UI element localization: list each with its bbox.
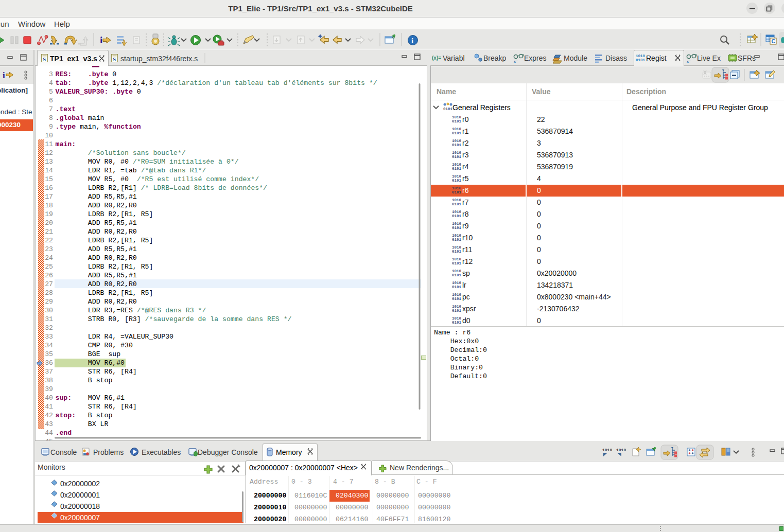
svg-text:(x)=: (x)= (432, 55, 441, 61)
svg-text:S: S (43, 56, 46, 62)
svg-text:1010: 1010 (636, 54, 646, 58)
svg-text:x=: x= (687, 60, 691, 63)
svg-text:C: C (772, 38, 776, 44)
svg-text:0101: 0101 (443, 107, 453, 111)
svg-text:0101: 0101 (636, 58, 646, 62)
svg-text:0101: 0101 (452, 190, 462, 194)
svg-text:i: i (411, 37, 413, 45)
svg-text:1010: 1010 (616, 448, 626, 452)
svg-text:1010: 1010 (602, 448, 612, 452)
svg-text:x=: x= (514, 60, 518, 63)
svg-text:i: i (100, 34, 102, 45)
svg-text:i: i (3, 70, 5, 80)
